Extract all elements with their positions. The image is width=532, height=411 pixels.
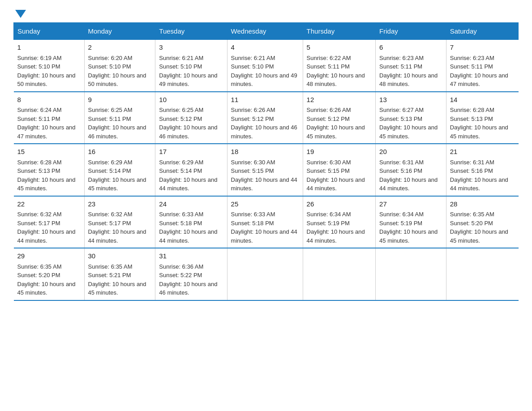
day-cell: 3Sunrise: 6:21 AMSunset: 5:10 PMDaylight… [155,40,227,92]
day-info: Sunrise: 6:28 AMSunset: 5:13 PMDaylight:… [450,107,508,140]
day-info: Sunrise: 6:28 AMSunset: 5:13 PMDaylight:… [17,159,76,192]
day-number: 26 [307,199,372,210]
day-cell: 10Sunrise: 6:25 AMSunset: 5:12 PMDayligh… [155,92,227,144]
day-cell: 14Sunrise: 6:28 AMSunset: 5:13 PMDayligh… [446,92,518,144]
day-number: 10 [159,95,223,105]
calendar-table: SundayMondayTuesdayWednesdayThursdayFrid… [13,22,519,301]
day-header-wednesday: Wednesday [227,23,303,40]
day-number: 31 [159,251,223,261]
day-info: Sunrise: 6:23 AMSunset: 5:11 PMDaylight:… [450,55,508,88]
day-cell: 16Sunrise: 6:29 AMSunset: 5:14 PMDayligh… [84,144,155,196]
day-number: 17 [159,147,223,157]
day-number: 11 [231,95,299,105]
day-cell: 20Sunrise: 6:31 AMSunset: 5:16 PMDayligh… [376,144,446,196]
day-number: 5 [307,43,372,53]
day-number: 24 [159,199,223,210]
week-row-5: 29Sunrise: 6:35 AMSunset: 5:20 PMDayligh… [14,248,519,300]
day-info: Sunrise: 6:35 AMSunset: 5:20 PMDaylight:… [17,263,76,296]
day-info: Sunrise: 6:26 AMSunset: 5:12 PMDaylight:… [307,107,365,140]
week-row-1: 1Sunrise: 6:19 AMSunset: 5:10 PMDaylight… [14,40,519,92]
day-cell: 5Sunrise: 6:22 AMSunset: 5:11 PMDaylight… [303,40,375,92]
day-number: 18 [231,147,299,157]
day-info: Sunrise: 6:36 AMSunset: 5:22 PMDaylight:… [159,263,217,296]
day-cell: 7Sunrise: 6:23 AMSunset: 5:11 PMDaylight… [446,40,518,92]
page-header [13,9,519,18]
day-cell: 4Sunrise: 6:21 AMSunset: 5:10 PMDaylight… [227,40,303,92]
day-number: 20 [379,147,442,157]
day-header-saturday: Saturday [446,23,518,40]
day-cell: 21Sunrise: 6:31 AMSunset: 5:16 PMDayligh… [446,144,518,196]
day-info: Sunrise: 6:30 AMSunset: 5:15 PMDaylight:… [307,159,365,192]
day-info: Sunrise: 6:29 AMSunset: 5:14 PMDaylight:… [88,159,146,192]
day-cell: 12Sunrise: 6:26 AMSunset: 5:12 PMDayligh… [303,92,375,144]
day-cell: 25Sunrise: 6:33 AMSunset: 5:18 PMDayligh… [227,196,303,248]
day-info: Sunrise: 6:35 AMSunset: 5:20 PMDaylight:… [450,211,508,244]
day-number: 29 [17,251,81,261]
week-row-4: 22Sunrise: 6:32 AMSunset: 5:17 PMDayligh… [14,196,519,248]
day-number: 25 [231,199,299,210]
logo [13,9,26,18]
day-cell: 27Sunrise: 6:34 AMSunset: 5:19 PMDayligh… [376,196,446,248]
day-cell [303,248,375,300]
day-number: 12 [307,95,372,105]
day-info: Sunrise: 6:27 AMSunset: 5:13 PMDaylight:… [379,107,438,140]
day-info: Sunrise: 6:20 AMSunset: 5:10 PMDaylight:… [88,55,146,88]
day-cell: 15Sunrise: 6:28 AMSunset: 5:13 PMDayligh… [14,144,85,196]
day-number: 7 [450,43,515,53]
day-info: Sunrise: 6:24 AMSunset: 5:11 PMDaylight:… [17,107,76,140]
day-cell: 30Sunrise: 6:35 AMSunset: 5:21 PMDayligh… [84,248,155,300]
day-cell: 11Sunrise: 6:26 AMSunset: 5:12 PMDayligh… [227,92,303,144]
day-info: Sunrise: 6:30 AMSunset: 5:15 PMDaylight:… [231,159,297,192]
day-number: 27 [379,199,442,210]
day-header-friday: Friday [376,23,446,40]
day-cell: 23Sunrise: 6:32 AMSunset: 5:17 PMDayligh… [84,196,155,248]
day-cell: 13Sunrise: 6:27 AMSunset: 5:13 PMDayligh… [376,92,446,144]
day-cell: 19Sunrise: 6:30 AMSunset: 5:15 PMDayligh… [303,144,375,196]
day-cell: 2Sunrise: 6:20 AMSunset: 5:10 PMDaylight… [84,40,155,92]
day-number: 23 [88,199,152,210]
day-number: 6 [379,43,442,53]
day-info: Sunrise: 6:25 AMSunset: 5:12 PMDaylight:… [159,107,217,140]
day-info: Sunrise: 6:33 AMSunset: 5:18 PMDaylight:… [231,211,297,244]
week-row-3: 15Sunrise: 6:28 AMSunset: 5:13 PMDayligh… [14,144,519,196]
day-info: Sunrise: 6:23 AMSunset: 5:11 PMDaylight:… [379,55,438,88]
day-number: 30 [88,251,152,261]
day-info: Sunrise: 6:32 AMSunset: 5:17 PMDaylight:… [17,211,76,244]
day-cell: 29Sunrise: 6:35 AMSunset: 5:20 PMDayligh… [14,248,85,300]
day-info: Sunrise: 6:31 AMSunset: 5:16 PMDaylight:… [379,159,438,192]
day-info: Sunrise: 6:32 AMSunset: 5:17 PMDaylight:… [88,211,146,244]
day-number: 15 [17,147,81,157]
day-info: Sunrise: 6:22 AMSunset: 5:11 PMDaylight:… [307,55,365,88]
day-info: Sunrise: 6:25 AMSunset: 5:11 PMDaylight:… [88,107,146,140]
day-info: Sunrise: 6:31 AMSunset: 5:16 PMDaylight:… [450,159,508,192]
day-number: 2 [88,43,152,53]
day-cell: 31Sunrise: 6:36 AMSunset: 5:22 PMDayligh… [155,248,227,300]
day-header-thursday: Thursday [303,23,375,40]
day-number: 4 [231,43,299,53]
day-info: Sunrise: 6:34 AMSunset: 5:19 PMDaylight:… [379,211,438,244]
day-cell [446,248,518,300]
day-number: 13 [379,95,442,105]
day-number: 28 [450,199,515,210]
day-number: 22 [17,199,81,210]
day-info: Sunrise: 6:21 AMSunset: 5:10 PMDaylight:… [159,55,217,88]
day-info: Sunrise: 6:33 AMSunset: 5:18 PMDaylight:… [159,211,217,244]
day-cell: 18Sunrise: 6:30 AMSunset: 5:15 PMDayligh… [227,144,303,196]
logo-arrow-icon [15,10,26,18]
day-number: 3 [159,43,223,53]
day-info: Sunrise: 6:26 AMSunset: 5:12 PMDaylight:… [231,107,297,140]
day-number: 8 [17,95,81,105]
day-info: Sunrise: 6:21 AMSunset: 5:10 PMDaylight:… [231,55,297,88]
day-number: 1 [17,43,81,53]
day-info: Sunrise: 6:29 AMSunset: 5:14 PMDaylight:… [159,159,217,192]
day-cell: 22Sunrise: 6:32 AMSunset: 5:17 PMDayligh… [14,196,85,248]
day-info: Sunrise: 6:34 AMSunset: 5:19 PMDaylight:… [307,211,365,244]
day-header-tuesday: Tuesday [155,23,227,40]
day-number: 19 [307,147,372,157]
day-cell: 17Sunrise: 6:29 AMSunset: 5:14 PMDayligh… [155,144,227,196]
day-number: 14 [450,95,515,105]
day-header-monday: Monday [84,23,155,40]
day-cell: 8Sunrise: 6:24 AMSunset: 5:11 PMDaylight… [14,92,85,144]
day-number: 16 [88,147,152,157]
day-number: 9 [88,95,152,105]
